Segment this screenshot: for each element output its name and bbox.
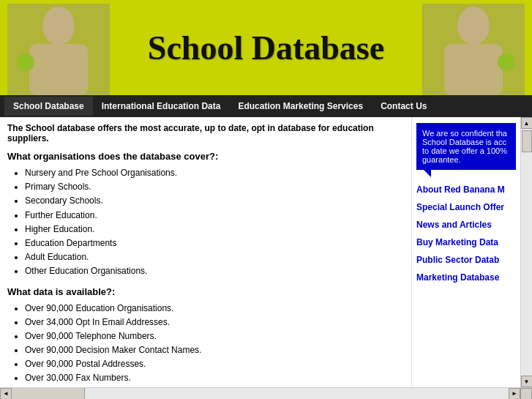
section1-list: Nursery and Pre School Organisations. Pr… [7, 166, 404, 279]
nav-item-school-database[interactable]: School Database [4, 97, 93, 116]
scroll-up-arrow[interactable]: ▲ [521, 117, 533, 129]
list-item: Higher Education. [25, 223, 404, 236]
person-right-image [422, 4, 525, 95]
nav-item-international[interactable]: International Education Data [93, 97, 230, 116]
list-item: Secondary Schools. [25, 194, 404, 208]
resize-handle[interactable] [520, 388, 532, 400]
sidebar-link-public[interactable]: Public Sector Datab [416, 253, 516, 266]
list-item: Over 34,000 Opt In Email Addresses. [25, 316, 404, 329]
list-item: Over 90,000 Telephone Numbers. [25, 329, 404, 343]
list-item: Adult Education. [25, 250, 404, 264]
bottom-scrollbar: ◄ ► [0, 387, 532, 399]
list-item: Nursery and Pre School Organisations. [25, 166, 404, 180]
list-item: Over 90,000 Education Organisations. [25, 302, 404, 316]
section2-list: Over 90,000 Education Organisations. Ove… [7, 302, 404, 388]
confidence-box: We are so confident tha School Database … [416, 123, 516, 170]
banner-title: School Database [148, 29, 384, 67]
section1-heading: What organisations does the database cov… [7, 151, 404, 162]
list-item: Over 30,000 Fax Numbers. [25, 371, 404, 385]
list-item: Other Education Organisations. [25, 264, 404, 278]
svg-rect-2 [29, 44, 88, 95]
scroll-divider [12, 388, 85, 400]
list-item: Primary Schools. [25, 180, 404, 194]
list-item: Education Departments [25, 236, 404, 250]
list-item: Over 90,000 Decision Maker Contact Names… [25, 343, 404, 357]
svg-rect-6 [444, 44, 503, 95]
page-wrapper: School Database School Database Internat… [0, 0, 532, 399]
scroll-right-arrow[interactable]: ► [509, 388, 520, 400]
svg-point-7 [498, 53, 515, 71]
intro-text: The School database offers the most accu… [7, 123, 404, 143]
nav-item-contact[interactable]: Contact Us [372, 97, 435, 116]
sidebar-link-buy[interactable]: Buy Marketing Data [416, 236, 516, 249]
scroll-thumb[interactable] [522, 130, 532, 152]
svg-point-3 [17, 53, 34, 71]
person-left-image [7, 4, 110, 95]
nav-bar: School Database International Education … [0, 95, 532, 117]
list-item: Further Education. [25, 209, 404, 223]
scroll-track[interactable] [522, 129, 532, 376]
sidebar: We are so confident tha School Database … [412, 117, 520, 387]
sidebar-link-news[interactable]: News and Articles [416, 218, 516, 231]
scroll-left-arrow[interactable]: ◄ [0, 388, 12, 400]
section2-heading: What data is available?: [7, 286, 404, 297]
svg-point-1 [42, 7, 75, 45]
sidebar-link-about[interactable]: About Red Banana M [416, 183, 516, 196]
list-item: Over 90,000 Postal Addresses. [25, 357, 404, 371]
nav-item-marketing[interactable]: Education Marketing Services [229, 97, 372, 116]
header-banner: School Database [0, 0, 532, 95]
scroll-area: The School database offers the most accu… [0, 117, 532, 387]
vertical-scrollbar: ▲ ▼ [520, 117, 532, 387]
svg-point-5 [457, 7, 490, 45]
sidebar-link-launch[interactable]: Special Launch Offer [416, 201, 516, 214]
h-scroll-track[interactable] [85, 388, 509, 400]
sidebar-link-marketing[interactable]: Marketing Database [416, 271, 516, 284]
content-area: The School database offers the most accu… [0, 117, 520, 387]
main-content: The School database offers the most accu… [0, 117, 412, 387]
scroll-down-arrow[interactable]: ▼ [521, 376, 533, 387]
